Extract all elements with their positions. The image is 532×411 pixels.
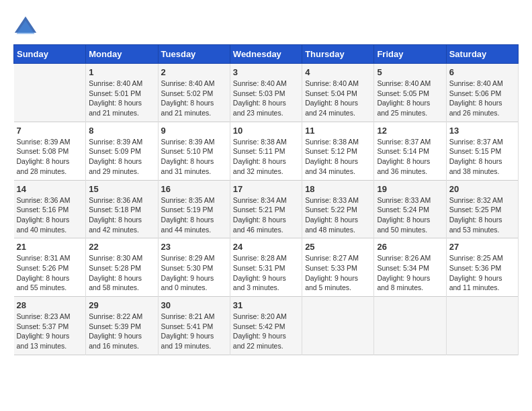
calendar-cell: 19Sunrise: 8:33 AM Sunset: 5:24 PM Dayli… [374, 180, 446, 238]
calendar-cell [302, 297, 374, 355]
logo-icon [13, 13, 38, 38]
day-number: 17 [233, 184, 299, 194]
day-number: 11 [305, 126, 371, 136]
cell-content: Sunrise: 8:27 AM Sunset: 5:33 PM Dayligh… [305, 253, 371, 293]
day-number: 10 [233, 126, 299, 136]
calendar-cell: 9Sunrise: 8:39 AM Sunset: 5:10 PM Daylig… [158, 122, 230, 180]
day-number: 30 [161, 300, 227, 310]
calendar-table: SundayMondayTuesdayWednesdayThursdayFrid… [13, 44, 519, 355]
day-number: 6 [449, 67, 515, 77]
day-number: 31 [233, 300, 299, 310]
cell-content: Sunrise: 8:40 AM Sunset: 5:06 PM Dayligh… [449, 79, 515, 118]
calendar-cell: 30Sunrise: 8:21 AM Sunset: 5:41 PM Dayli… [158, 297, 230, 355]
cell-content: Sunrise: 8:29 AM Sunset: 5:30 PM Dayligh… [161, 253, 227, 293]
day-number: 22 [89, 242, 154, 252]
cell-content: Sunrise: 8:31 AM Sunset: 5:26 PM Dayligh… [17, 253, 83, 293]
calendar-cell [14, 64, 86, 122]
cell-content: Sunrise: 8:38 AM Sunset: 5:11 PM Dayligh… [233, 137, 299, 177]
cell-content: Sunrise: 8:28 AM Sunset: 5:31 PM Dayligh… [233, 253, 299, 293]
cell-content: Sunrise: 8:37 AM Sunset: 5:14 PM Dayligh… [377, 137, 443, 177]
day-number: 7 [17, 126, 83, 136]
day-number: 23 [161, 242, 227, 252]
day-of-week-header: Tuesday [158, 45, 230, 64]
cell-content: Sunrise: 8:37 AM Sunset: 5:15 PM Dayligh… [449, 137, 515, 177]
calendar-cell: 31Sunrise: 8:20 AM Sunset: 5:42 PM Dayli… [230, 297, 302, 355]
day-number: 20 [449, 184, 515, 194]
cell-content: Sunrise: 8:40 AM Sunset: 5:02 PM Dayligh… [161, 79, 227, 118]
calendar-cell: 15Sunrise: 8:36 AM Sunset: 5:18 PM Dayli… [86, 180, 158, 238]
day-of-week-header: Friday [374, 45, 446, 64]
day-number: 28 [17, 300, 83, 310]
day-number: 8 [89, 126, 154, 136]
cell-content: Sunrise: 8:33 AM Sunset: 5:24 PM Dayligh… [377, 195, 443, 235]
day-number: 25 [305, 242, 371, 252]
calendar-cell [374, 297, 446, 355]
calendar-week-row: 1Sunrise: 8:40 AM Sunset: 5:01 PM Daylig… [14, 64, 519, 122]
cell-content: Sunrise: 8:21 AM Sunset: 5:41 PM Dayligh… [161, 312, 227, 351]
calendar-cell: 1Sunrise: 8:40 AM Sunset: 5:01 PM Daylig… [86, 64, 158, 122]
calendar-cell: 20Sunrise: 8:32 AM Sunset: 5:25 PM Dayli… [446, 180, 518, 238]
day-of-week-header: Monday [86, 45, 158, 64]
calendar-cell: 7Sunrise: 8:39 AM Sunset: 5:08 PM Daylig… [14, 122, 86, 180]
day-number: 3 [233, 67, 299, 77]
cell-content: Sunrise: 8:40 AM Sunset: 5:03 PM Dayligh… [233, 79, 299, 118]
calendar-cell: 3Sunrise: 8:40 AM Sunset: 5:03 PM Daylig… [230, 64, 302, 122]
logo [13, 13, 42, 38]
cell-content: Sunrise: 8:38 AM Sunset: 5:12 PM Dayligh… [305, 137, 371, 177]
cell-content: Sunrise: 8:39 AM Sunset: 5:08 PM Dayligh… [17, 137, 83, 177]
day-number: 19 [377, 184, 443, 194]
day-number: 13 [449, 126, 515, 136]
cell-content: Sunrise: 8:26 AM Sunset: 5:34 PM Dayligh… [377, 253, 443, 293]
day-number: 4 [305, 67, 371, 77]
calendar-cell: 26Sunrise: 8:26 AM Sunset: 5:34 PM Dayli… [374, 238, 446, 297]
cell-content: Sunrise: 8:23 AM Sunset: 5:37 PM Dayligh… [17, 312, 83, 351]
day-of-week-header: Wednesday [230, 45, 302, 64]
cell-content: Sunrise: 8:36 AM Sunset: 5:16 PM Dayligh… [17, 195, 83, 235]
calendar-cell: 17Sunrise: 8:34 AM Sunset: 5:21 PM Dayli… [230, 180, 302, 238]
calendar-week-row: 28Sunrise: 8:23 AM Sunset: 5:37 PM Dayli… [14, 297, 519, 355]
cell-content: Sunrise: 8:36 AM Sunset: 5:18 PM Dayligh… [89, 195, 154, 235]
cell-content: Sunrise: 8:30 AM Sunset: 5:28 PM Dayligh… [89, 253, 154, 293]
calendar-week-row: 21Sunrise: 8:31 AM Sunset: 5:26 PM Dayli… [14, 238, 519, 297]
calendar-cell: 2Sunrise: 8:40 AM Sunset: 5:02 PM Daylig… [158, 64, 230, 122]
day-number: 21 [17, 242, 83, 252]
calendar-cell [446, 297, 518, 355]
day-number: 9 [161, 126, 227, 136]
calendar-cell: 28Sunrise: 8:23 AM Sunset: 5:37 PM Dayli… [14, 297, 86, 355]
calendar-cell: 27Sunrise: 8:25 AM Sunset: 5:36 PM Dayli… [446, 238, 518, 297]
calendar-cell: 4Sunrise: 8:40 AM Sunset: 5:04 PM Daylig… [302, 64, 374, 122]
day-number: 15 [89, 184, 154, 194]
calendar-cell: 12Sunrise: 8:37 AM Sunset: 5:14 PM Dayli… [374, 122, 446, 180]
calendar-cell: 16Sunrise: 8:35 AM Sunset: 5:19 PM Dayli… [158, 180, 230, 238]
cell-content: Sunrise: 8:32 AM Sunset: 5:25 PM Dayligh… [449, 195, 515, 235]
calendar-cell: 13Sunrise: 8:37 AM Sunset: 5:15 PM Dayli… [446, 122, 518, 180]
day-number: 27 [449, 242, 515, 252]
cell-content: Sunrise: 8:22 AM Sunset: 5:39 PM Dayligh… [89, 312, 154, 351]
day-number: 14 [17, 184, 83, 194]
calendar-cell: 22Sunrise: 8:30 AM Sunset: 5:28 PM Dayli… [86, 238, 158, 297]
day-number: 12 [377, 126, 443, 136]
calendar-week-row: 7Sunrise: 8:39 AM Sunset: 5:08 PM Daylig… [14, 122, 519, 180]
day-of-week-header: Saturday [446, 45, 518, 64]
calendar-cell: 18Sunrise: 8:33 AM Sunset: 5:22 PM Dayli… [302, 180, 374, 238]
calendar-cell: 6Sunrise: 8:40 AM Sunset: 5:06 PM Daylig… [446, 64, 518, 122]
calendar-cell: 14Sunrise: 8:36 AM Sunset: 5:16 PM Dayli… [14, 180, 86, 238]
calendar-header-row: SundayMondayTuesdayWednesdayThursdayFrid… [14, 45, 519, 64]
day-number: 26 [377, 242, 443, 252]
calendar-cell: 21Sunrise: 8:31 AM Sunset: 5:26 PM Dayli… [14, 238, 86, 297]
calendar-cell: 10Sunrise: 8:38 AM Sunset: 5:11 PM Dayli… [230, 122, 302, 180]
calendar-week-row: 14Sunrise: 8:36 AM Sunset: 5:16 PM Dayli… [14, 180, 519, 238]
cell-content: Sunrise: 8:40 AM Sunset: 5:04 PM Dayligh… [305, 79, 371, 118]
calendar-cell: 23Sunrise: 8:29 AM Sunset: 5:30 PM Dayli… [158, 238, 230, 297]
calendar-cell: 8Sunrise: 8:39 AM Sunset: 5:09 PM Daylig… [86, 122, 158, 180]
cell-content: Sunrise: 8:25 AM Sunset: 5:36 PM Dayligh… [449, 253, 515, 293]
cell-content: Sunrise: 8:33 AM Sunset: 5:22 PM Dayligh… [305, 195, 371, 235]
cell-content: Sunrise: 8:39 AM Sunset: 5:09 PM Dayligh… [89, 137, 154, 177]
calendar-cell: 29Sunrise: 8:22 AM Sunset: 5:39 PM Dayli… [86, 297, 158, 355]
day-number: 1 [89, 67, 154, 77]
day-number: 24 [233, 242, 299, 252]
cell-content: Sunrise: 8:40 AM Sunset: 5:01 PM Dayligh… [89, 79, 154, 118]
cell-content: Sunrise: 8:34 AM Sunset: 5:21 PM Dayligh… [233, 195, 299, 235]
calendar-cell: 5Sunrise: 8:40 AM Sunset: 5:05 PM Daylig… [374, 64, 446, 122]
cell-content: Sunrise: 8:35 AM Sunset: 5:19 PM Dayligh… [161, 195, 227, 235]
